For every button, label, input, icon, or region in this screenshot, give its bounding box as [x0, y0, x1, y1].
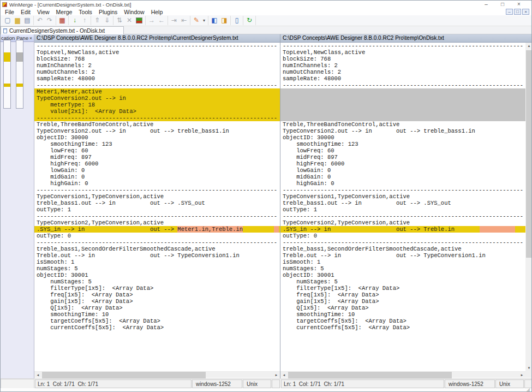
- copy-left-icon[interactable]: ←: [157, 16, 166, 25]
- location-bar-right-file[interactable]: [16, 40, 23, 109]
- left-line-29[interactable]: .SYS_in --> in out --> Meter1.in,Treble.…: [34, 226, 280, 233]
- left-pane-content[interactable]: ----------------------------------------…: [34, 43, 280, 371]
- left-line-17[interactable]: lowFreq: 60: [34, 147, 280, 154]
- right-horizontal-scrollbar[interactable]: ◄ ►: [280, 371, 525, 378]
- right-line-9[interactable]: [280, 95, 525, 102]
- left-line-43[interactable]: targetCoeffs[5x5]: <Array Data>: [34, 318, 280, 324]
- location-diff2-right[interactable]: [16, 84, 23, 87]
- right-line-43[interactable]: targetCoeffs[5x5]: <Array Data>: [280, 318, 525, 324]
- left-line-4[interactable]: numInChannels: 2: [34, 62, 280, 69]
- left-line-34[interactable]: isSmooth: 1: [34, 259, 280, 265]
- refresh-icon[interactable]: ↻: [244, 16, 254, 25]
- mdi-restore-button[interactable]: □: [514, 9, 521, 15]
- left-line-25[interactable]: treble_bass1.out --> in out --> .SYS_out: [34, 200, 280, 206]
- right-line-30[interactable]: outType: 0: [280, 233, 525, 239]
- menu-view[interactable]: View: [34, 9, 53, 15]
- location-diff2-left[interactable]: [4, 84, 10, 87]
- redo-icon[interactable]: ↷: [45, 16, 55, 25]
- right-line-7[interactable]: ----------------------------------------…: [280, 82, 525, 88]
- right-line-18[interactable]: midFreq: 897: [280, 154, 525, 161]
- location-diff1-right[interactable]: [16, 52, 23, 62]
- auto-merge-dropdown-icon[interactable]: ▾: [201, 16, 207, 25]
- left-line-40[interactable]: gain[1x5]: <Array Data>: [34, 298, 280, 305]
- scroll-left-icon[interactable]: ◄: [34, 372, 41, 378]
- right-line-29[interactable]: .SYS_in --> in out --> Treble.in: [280, 226, 525, 233]
- compare-tab[interactable]: CurrentDesignerSystem.txt - OnDisk.txt: [1, 26, 124, 34]
- right-line-12[interactable]: [280, 115, 525, 121]
- right-pane-content[interactable]: ----------------------------------------…: [280, 43, 525, 371]
- right-line-10[interactable]: [280, 102, 525, 108]
- right-line-22[interactable]: highGain: 0: [280, 180, 525, 187]
- menu-window[interactable]: Window: [121, 9, 147, 15]
- scroll-right-icon[interactable]: ►: [273, 372, 280, 378]
- left-line-33[interactable]: Treble.out --> in out --> TypeConversion…: [34, 252, 280, 259]
- left-line-20[interactable]: lowGain: 0: [34, 167, 280, 174]
- left-line-28[interactable]: TypeConversion2,TypeConversion,active: [34, 219, 280, 226]
- right-line-44[interactable]: currentCoeffs[5x5]: <Array Data>: [280, 324, 525, 331]
- menu-tools[interactable]: Tools: [75, 9, 95, 15]
- right-line-35[interactable]: numStages: 5: [280, 265, 525, 272]
- right-line-15[interactable]: objectID: 30000: [280, 134, 525, 141]
- left-line-31[interactable]: ----------------------------------------…: [34, 239, 280, 246]
- right-pane-path-header[interactable]: C:\DSP Concepts\AWE Designer 8.B.0.0.RC2…: [280, 34, 532, 43]
- menu-help[interactable]: Help: [148, 9, 166, 15]
- right-line-33[interactable]: Treble.out --> in out --> TypeConversion…: [280, 252, 525, 259]
- left-line-15[interactable]: objectID: 30000: [34, 134, 280, 141]
- select-line-diff-icon[interactable]: [136, 17, 142, 23]
- right-line-34[interactable]: isSmooth: 1: [280, 259, 525, 265]
- mdi-minimize-button[interactable]: –: [506, 9, 513, 15]
- left-line-24[interactable]: TypeConversion1,TypeConversion,active: [34, 193, 280, 200]
- location-bar-left-file[interactable]: [3, 40, 11, 109]
- left-line-10[interactable]: meterType: 18: [34, 102, 280, 108]
- right-line-41[interactable]: Q[1x5]: <Array Data>: [280, 305, 525, 311]
- close-button[interactable]: ×: [511, 1, 527, 8]
- left-line-44[interactable]: currentCoeffs[5x5]: <Array Data>: [34, 324, 280, 331]
- left-line-1[interactable]: ----------------------------------------…: [34, 43, 280, 49]
- maximize-button[interactable]: □: [494, 1, 511, 8]
- options-icon[interactable]: ▦: [57, 16, 67, 25]
- menu-edit[interactable]: Edit: [17, 9, 34, 15]
- left-line-9[interactable]: TypeConversion2.out --> in: [34, 95, 280, 102]
- left-line-27[interactable]: ----------------------------------------…: [34, 213, 280, 219]
- left-line-37[interactable]: numStages: 5: [34, 278, 280, 285]
- left-line-23[interactable]: ----------------------------------------…: [34, 187, 280, 193]
- right-hscroll-thumb[interactable]: [288, 372, 452, 378]
- right-line-42[interactable]: smoothingTime: 10: [280, 311, 525, 318]
- right-line-32[interactable]: treble_bass1,SecondOrderFilterSmoothedCa…: [280, 246, 525, 252]
- right-line-26[interactable]: outType: 1: [280, 206, 525, 213]
- right-line-39[interactable]: freq[1x5]: <Array Data>: [280, 292, 525, 298]
- right-line-8[interactable]: [280, 88, 525, 95]
- left-line-32[interactable]: treble_bass1,SecondOrderFilterSmoothedCa…: [34, 246, 280, 252]
- left-line-13[interactable]: Treble,ThreeBandToneControl,active: [34, 121, 280, 128]
- left-line-39[interactable]: freq[1x5]: <Array Data>: [34, 292, 280, 298]
- undo-icon[interactable]: ↶: [35, 16, 45, 25]
- right-line-38[interactable]: filterType[1x5]: <Array Data>: [280, 285, 525, 292]
- left-line-3[interactable]: blockSize: 768: [34, 56, 280, 62]
- left-line-6[interactable]: sampleRate: 48000: [34, 75, 280, 82]
- right-line-3[interactable]: blockSize: 768: [280, 56, 525, 62]
- scroll-right-icon[interactable]: ►: [518, 372, 525, 378]
- prev-difference-icon[interactable]: ↑: [80, 16, 89, 25]
- select-diff-icon[interactable]: ✕: [124, 16, 134, 25]
- left-horizontal-scrollbar[interactable]: ◄ ►: [34, 371, 280, 378]
- right-line-20[interactable]: lowGain: 0: [280, 167, 525, 174]
- menu-plugins[interactable]: Plugins: [95, 9, 121, 15]
- right-line-11[interactable]: [280, 108, 525, 115]
- resize-grip[interactable]: ◢: [527, 387, 530, 392]
- mdi-close-button[interactable]: ×: [522, 9, 529, 15]
- right-line-24[interactable]: TypeConversion1,TypeConversion,active: [280, 193, 525, 200]
- right-line-5[interactable]: numOutChannels: 2: [280, 69, 525, 75]
- left-line-7[interactable]: ----------------------------------------…: [34, 82, 280, 88]
- right-line-37[interactable]: numStages: 5: [280, 278, 525, 285]
- right-line-19[interactable]: highFreq: 6000: [280, 161, 525, 167]
- vscroll-thumb[interactable]: [526, 50, 532, 258]
- location-pane-close-icon[interactable]: ×: [29, 35, 32, 41]
- right-line-14[interactable]: TypeConversion2.out --> in out --> trebl…: [280, 128, 525, 134]
- left-line-19[interactable]: highFreq: 6000: [34, 161, 280, 167]
- left-line-21[interactable]: midGain: 0: [34, 174, 280, 180]
- last-difference-icon[interactable]: ⇓: [102, 16, 112, 25]
- auto-merge-icon[interactable]: ✎: [192, 16, 201, 25]
- left-line-38[interactable]: filterType[1x5]: <Array Data>: [34, 285, 280, 292]
- left-pane-path-header[interactable]: C:\DSP Concepts\AWE Designer 8.B.0.0.RC2…: [34, 34, 280, 43]
- left-line-42[interactable]: smoothingTime: 10: [34, 311, 280, 318]
